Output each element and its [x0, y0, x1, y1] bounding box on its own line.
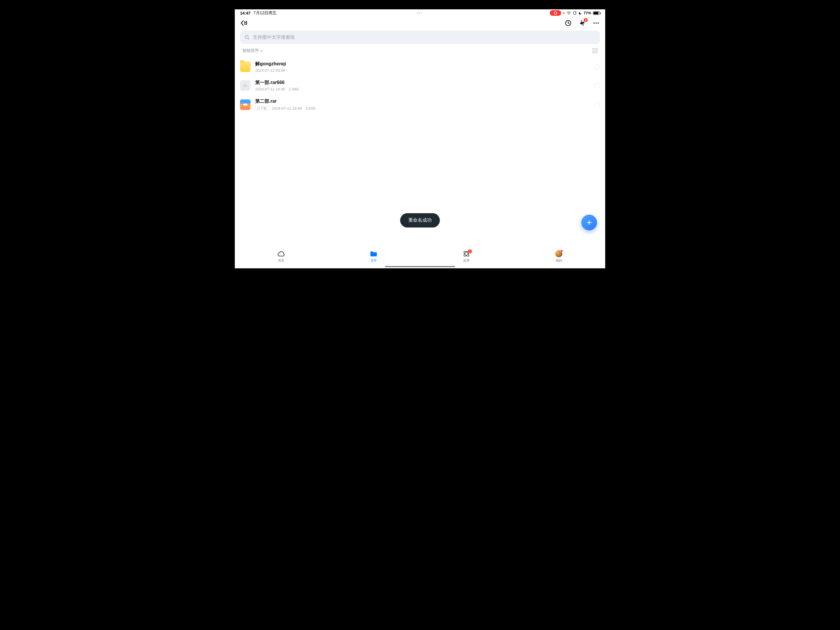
clock: 14:47 [240, 11, 251, 16]
sort-dropdown[interactable]: 智能排序 [242, 48, 263, 54]
transfer-badge: 1 [584, 18, 588, 22]
tab-bar: 首页 文件 1 共享 我的 [235, 248, 605, 268]
toast: 重命名成功 [400, 213, 440, 227]
date: 7月12日周五 [253, 11, 276, 16]
sync-icon [573, 11, 576, 15]
folder-title: tl [244, 20, 247, 26]
more-icon [593, 19, 600, 27]
tab-files[interactable]: 文件 [370, 250, 377, 263]
folder-icon [240, 62, 251, 72]
file-name: 第二部.rar [255, 98, 590, 104]
tab-label: 共享 [463, 258, 470, 263]
tab-share[interactable]: 1 共享 [463, 250, 470, 263]
screen-record-indicator[interactable] [550, 10, 561, 16]
svg-rect-7 [593, 51, 594, 53]
tab-label: 我的 [556, 258, 562, 263]
file-name: 解gongzhenqi [255, 61, 590, 67]
svg-rect-8 [595, 51, 597, 53]
plus-icon [586, 219, 593, 226]
transfer-button[interactable]: 1 [578, 19, 586, 27]
chevron-left-icon [240, 20, 244, 26]
cloud-icon [277, 251, 285, 257]
list-item[interactable]: 第一部.rar666 2024-07-12 14:46 2.49G [240, 76, 600, 95]
file-name: 第一部.rar666 [255, 80, 590, 86]
toast-text: 重命名成功 [408, 218, 432, 223]
select-circle[interactable] [595, 83, 600, 88]
more-button[interactable] [592, 19, 600, 27]
chevron-down-icon [260, 49, 263, 52]
tab-mine[interactable]: 我的 [555, 250, 563, 263]
tab-home[interactable]: 首页 [277, 250, 285, 263]
list-item[interactable]: 解gongzhenqi 2024-07-12 03:06 [240, 57, 600, 76]
wifi-icon [567, 11, 571, 15]
svg-point-3 [598, 22, 599, 24]
add-button[interactable] [581, 215, 597, 231]
battery-icon [593, 11, 600, 15]
archive-icon [240, 99, 251, 110]
battery-percent: 77% [584, 11, 591, 15]
svg-point-2 [595, 22, 597, 24]
svg-rect-6 [595, 48, 597, 50]
file-date: 2024-07-12 03:06 [255, 68, 285, 73]
sort-label: 智能排序 [242, 48, 259, 54]
svg-rect-5 [593, 48, 594, 50]
multitask-dots[interactable]: ••• [417, 11, 423, 16]
list-item[interactable]: 第二部.rar 已下载 2024-07-12 14:46 3.83G [240, 95, 600, 114]
file-date: 2024-07-12 14:46 [255, 87, 285, 91]
home-indicator[interactable] [385, 266, 455, 267]
nav-header: tl 1 [235, 17, 605, 30]
search-icon [244, 35, 250, 40]
select-circle[interactable] [595, 64, 600, 69]
file-size: 3.83G [305, 106, 316, 111]
view-mode-button[interactable] [592, 48, 598, 54]
folder-tab-icon [370, 251, 377, 257]
tab-label: 首页 [278, 258, 284, 263]
privacy-dot-icon [563, 12, 565, 14]
search-input[interactable]: 支持图中文字搜索啦 [240, 31, 600, 44]
history-icon [565, 19, 572, 27]
history-button[interactable] [564, 19, 572, 27]
downloaded-badge: 已下载 [255, 106, 268, 111]
file-list: 解gongzhenqi 2024-07-12 03:06 第一部.rar666 … [235, 56, 605, 115]
grid-icon [592, 48, 598, 54]
share-badge: 1 [468, 249, 472, 253]
notification-dot [560, 249, 563, 252]
svg-point-1 [594, 22, 595, 24]
tab-label: 文件 [370, 258, 377, 263]
status-bar: 14:47 7月12日周五 ••• 77% [235, 9, 605, 17]
back-button[interactable]: tl [240, 20, 247, 26]
cloud-file-icon [240, 80, 251, 91]
search-placeholder: 支持图中文字搜索啦 [253, 35, 295, 41]
file-date: 2024-07-12 14:46 [272, 106, 302, 111]
moon-icon [578, 11, 582, 15]
select-circle[interactable] [595, 102, 600, 107]
file-size: 2.49G [289, 87, 299, 91]
